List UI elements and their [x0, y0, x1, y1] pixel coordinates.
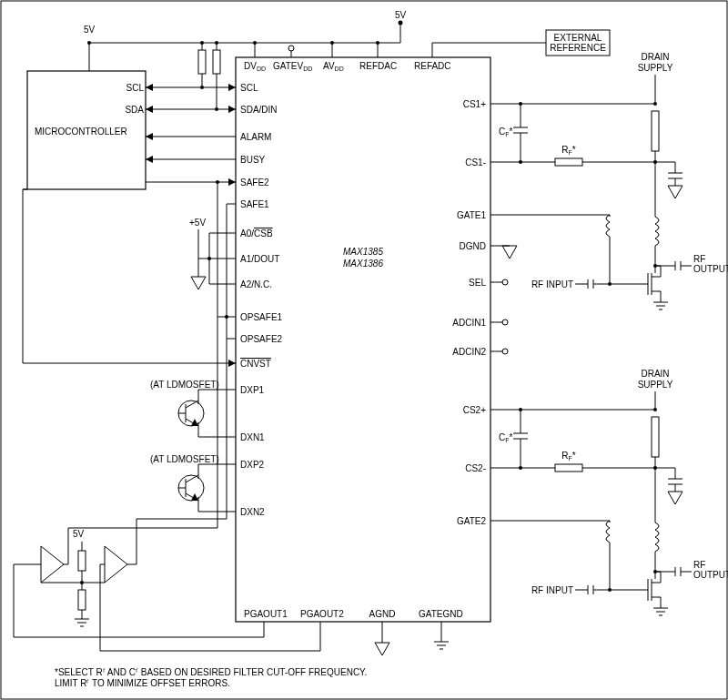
svg-text:DXN2: DXN2 [240, 507, 265, 517]
svg-text:RF: RF [693, 560, 705, 570]
svg-text:SCL: SCL [126, 83, 145, 93]
svg-point-29 [215, 41, 218, 45]
svg-text:OPSAFE2: OPSAFE2 [240, 334, 283, 344]
extref-l2: REFERENCE [550, 43, 606, 53]
svg-text:GATE2: GATE2 [457, 516, 486, 526]
svg-text:A1/DOUT: A1/DOUT [240, 254, 279, 264]
svg-rect-162 [555, 158, 582, 166]
svg-point-15 [399, 21, 403, 25]
v5-left: 5V [84, 25, 96, 35]
v5-top: 5V [395, 10, 407, 20]
svg-text:AGND: AGND [369, 609, 396, 619]
svg-point-220 [502, 349, 508, 354]
svg-point-214 [502, 279, 508, 285]
svg-text:DRAIN: DRAIN [641, 369, 669, 379]
svg-rect-21 [198, 50, 206, 74]
svg-point-13 [330, 41, 334, 45]
svg-rect-232 [555, 464, 582, 472]
svg-text:DXN1: DXN1 [240, 432, 265, 442]
svg-rect-141 [78, 551, 86, 571]
svg-point-24 [200, 41, 204, 45]
svg-text:PGAOUT2: PGAOUT2 [300, 609, 344, 619]
svg-text:REFADC: REFADC [414, 61, 451, 71]
svg-text:CS2-: CS2- [465, 463, 486, 473]
footnote-2: LIMIT Rᶠ TO MINIMIZE OFFSET ERRORS. [55, 678, 230, 688]
svg-text:SAFE2: SAFE2 [240, 178, 269, 188]
svg-text:(AT LDMOSFET): (AT LDMOSFET) [150, 454, 219, 464]
schematic-diagram: MAX1385 MAX1386 DVDD GATEVDD AVDD REFDAC… [0, 0, 728, 700]
svg-text:OUTPUT: OUTPUT [693, 264, 728, 274]
svg-text:ADCIN2: ADCIN2 [452, 347, 486, 357]
svg-text:ALARM: ALARM [240, 132, 271, 142]
svg-point-61 [207, 257, 211, 260]
extref-l1: EXTERNAL [554, 33, 602, 43]
svg-text:GATEGND: GATEGND [419, 609, 463, 619]
svg-text:A2/N.C.: A2/N.C. [240, 279, 272, 289]
footnote-1: *SELECT Rᶠ AND Cᶠ BASED ON DESIRED FILTE… [55, 667, 367, 677]
svg-point-12 [253, 41, 257, 45]
svg-text:5V: 5V [73, 529, 85, 539]
svg-rect-239 [652, 417, 659, 457]
svg-point-230 [519, 466, 522, 470]
svg-text:ADCIN1: ADCIN1 [452, 318, 486, 328]
svg-text:DRAIN: DRAIN [641, 52, 669, 62]
svg-text:GATE1: GATE1 [457, 210, 486, 220]
svg-text:REFDAC: REFDAC [359, 61, 397, 71]
svg-text:RF: RF [693, 254, 705, 264]
svg-rect-146 [78, 590, 86, 610]
svg-text:RF INPUT: RF INPUT [531, 585, 573, 595]
svg-text:(AT LDMOSFET): (AT LDMOSFET) [150, 380, 219, 390]
svg-point-229 [519, 408, 522, 411]
svg-text:CS1-: CS1- [465, 157, 486, 167]
svg-point-74 [225, 315, 228, 319]
svg-text:RF INPUT: RF INPUT [531, 279, 573, 289]
svg-text:CS2+: CS2+ [463, 405, 486, 415]
chip-name1: MAX1385 [343, 247, 383, 257]
svg-text:SDA: SDA [125, 105, 144, 115]
svg-text:DXP2: DXP2 [240, 460, 265, 470]
mcu-label: MICROCONTROLLER [35, 127, 127, 137]
svg-text:CS1+: CS1+ [463, 99, 486, 109]
svg-text:SEL: SEL [469, 278, 486, 288]
svg-point-73 [216, 180, 219, 184]
svg-point-17 [376, 41, 379, 45]
chip-name2: MAX1386 [343, 259, 383, 269]
svg-text:SAFE1: SAFE1 [240, 199, 269, 209]
svg-point-238 [653, 408, 657, 411]
svg-text:DGND: DGND [460, 241, 486, 251]
svg-point-160 [519, 160, 522, 164]
svg-text:CNVST: CNVST [240, 359, 271, 369]
svg-text:+5V: +5V [189, 218, 206, 228]
svg-point-217 [502, 320, 508, 325]
svg-text:SUPPLY: SUPPLY [638, 380, 673, 390]
svg-rect-169 [652, 111, 659, 151]
svg-text:OPSAFE1: OPSAFE1 [240, 312, 283, 322]
svg-text:BUSY: BUSY [240, 155, 266, 165]
svg-text:A0/CSB: A0/CSB [240, 228, 273, 238]
svg-point-168 [653, 102, 657, 106]
svg-point-19 [288, 46, 294, 51]
svg-rect-26 [213, 50, 220, 74]
svg-text:OUTPUT: OUTPUT [693, 570, 728, 580]
svg-text:SCL: SCL [240, 83, 258, 93]
svg-text:PGAOUT1: PGAOUT1 [244, 609, 288, 619]
svg-text:SDA/DIN: SDA/DIN [240, 105, 278, 115]
svg-text:DXP1: DXP1 [240, 385, 265, 395]
svg-text:SUPPLY: SUPPLY [638, 63, 673, 73]
svg-point-159 [519, 102, 522, 106]
